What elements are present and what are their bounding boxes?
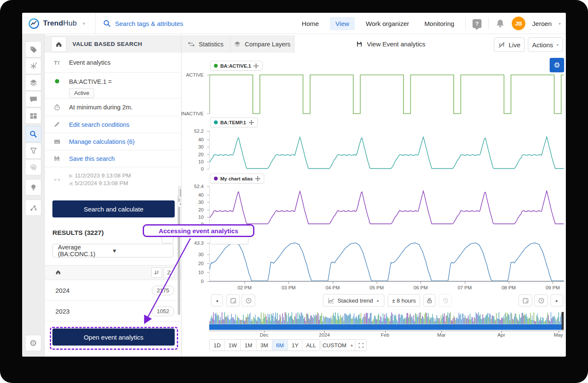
- help-icon[interactable]: ?: [473, 19, 481, 28]
- window-frame: TrendHub ▾ Home View Work organizer Moni…: [0, 0, 588, 383]
- range-1d[interactable]: 1D: [210, 340, 225, 351]
- clock-end-button[interactable]: [534, 294, 548, 306]
- legend-chip-alias[interactable]: My chart alias: [210, 174, 264, 183]
- y-tick-label: 52.4: [194, 184, 204, 189]
- lock-button[interactable]: [424, 294, 435, 307]
- settings-gear-icon[interactable]: ⚙: [25, 335, 41, 351]
- time-window-button[interactable]: ± 8 hours: [388, 294, 420, 307]
- chart-plot-conc[interactable]: [209, 243, 564, 281]
- nav-item-view[interactable]: View: [330, 17, 355, 30]
- move-icon[interactable]: [255, 176, 260, 181]
- save-search-link[interactable]: Save this search: [69, 155, 115, 162]
- live-button-label: Live: [509, 41, 521, 49]
- open-event-analytics-button[interactable]: Open event analytics: [52, 329, 175, 346]
- aggregate-selected-value: Average (BA:CONC.1): [58, 244, 113, 257]
- timeline-axis-labels: Dec2024FebMarAprMay: [209, 331, 564, 340]
- nav-item-monitoring[interactable]: Monitoring: [420, 17, 458, 30]
- edit-conditions-link[interactable]: Edit search conditions: [69, 121, 130, 128]
- trend-mode-dropdown[interactable]: Stacked trend ▲: [323, 294, 384, 307]
- filter-icon[interactable]: [25, 143, 41, 159]
- calendar-start-button[interactable]: [226, 294, 240, 306]
- connections-icon[interactable]: [25, 200, 41, 216]
- actions-button[interactable]: Actions ▾: [528, 37, 563, 52]
- y-tick-label: 52.2: [194, 129, 204, 134]
- move-icon[interactable]: [254, 63, 259, 69]
- manage-calculations-row[interactable]: Manage calculations (6): [45, 133, 181, 150]
- manage-calculations-link[interactable]: Manage calculations (6): [69, 138, 135, 145]
- user-chevron-down-icon[interactable]: ▾: [559, 21, 561, 26]
- brand-chevron-down-icon[interactable]: ▾: [83, 21, 85, 26]
- clock-start-button[interactable]: [242, 294, 255, 306]
- calendar-end-button[interactable]: [519, 294, 532, 306]
- home-icon[interactable]: [55, 269, 61, 275]
- user-avatar[interactable]: JB: [512, 17, 525, 30]
- range-custom[interactable]: CUSTOM ▲: [321, 340, 355, 351]
- y-tick-label: ACTIVE: [186, 72, 204, 77]
- timeline-month-label: Feb: [372, 332, 398, 337]
- tag-icon[interactable]: [25, 41, 41, 57]
- sort-descending-icon[interactable]: [151, 267, 162, 278]
- calendar-icon: [230, 297, 236, 304]
- layers-icon[interactable]: [25, 74, 41, 91]
- aggregate-dropdown[interactable]: Average (BA:CONC.1) ▾: [52, 244, 173, 257]
- condition-row[interactable]: BA:ACTIVE.1 = Active: [45, 73, 181, 99]
- chart-plot-active[interactable]: [209, 74, 564, 114]
- range-1m[interactable]: 1M: [241, 340, 257, 351]
- pan-left-button[interactable]: ◂: [211, 294, 223, 306]
- search-rail-icon[interactable]: [25, 126, 41, 142]
- calculation-icon[interactable]: [25, 58, 41, 74]
- history-button[interactable]: [439, 294, 452, 307]
- idea-icon[interactable]: [25, 179, 41, 195]
- results-title: RESULTS (3227): [52, 229, 104, 237]
- range-1y[interactable]: 1Y: [288, 340, 303, 351]
- chart-settings-gear-icon[interactable]: ⚙: [550, 58, 564, 72]
- pan-right-button[interactable]: ▸: [551, 294, 563, 306]
- move-icon[interactable]: [249, 120, 254, 125]
- snapshot-button[interactable]: [355, 340, 366, 351]
- range-6m[interactable]: 6M: [272, 340, 288, 351]
- y-tick-label: 20: [198, 152, 204, 157]
- edit-conditions-row[interactable]: Edit search conditions: [45, 116, 181, 133]
- legend-chip-active[interactable]: BA:ACTIVE.1: [210, 61, 262, 71]
- event-analytics-row[interactable]: TT Event analytics: [45, 53, 181, 73]
- legend-label: BA:TEMP.1: [220, 120, 246, 125]
- search-and-calculate-button[interactable]: Search and calculate: [52, 200, 175, 217]
- legend-dot-icon: [214, 120, 218, 124]
- range-all[interactable]: ALL: [303, 340, 320, 351]
- result-row-2023[interactable]: 2023 1052: [45, 301, 181, 322]
- range-1w[interactable]: 1W: [225, 340, 241, 351]
- view-title-label: View Event analytics: [367, 40, 425, 48]
- legend-chip-temp[interactable]: BA:TEMP.1: [210, 117, 258, 127]
- nav-item-home[interactable]: Home: [297, 17, 323, 30]
- result-row-2024[interactable]: 2024 2175: [45, 280, 181, 301]
- duration-row[interactable]: At minimum during 2m.: [45, 99, 181, 116]
- timeline-month-label: Dec: [251, 332, 277, 337]
- legend-label: BA:ACTIVE.1: [220, 63, 251, 69]
- timeline-overview-strip[interactable]: [209, 312, 564, 330]
- fingerprint-icon[interactable]: [25, 159, 41, 175]
- sort-alpha-icon[interactable]: [164, 267, 174, 278]
- custom-range-label: CUSTOM: [323, 342, 346, 349]
- range-3m[interactable]: 3M: [257, 340, 272, 351]
- save-search-row[interactable]: Save this search: [45, 150, 181, 167]
- search-input[interactable]: [115, 20, 234, 27]
- tab-compare-layers-label: Compare Layers: [245, 41, 290, 48]
- chart-plot-alias[interactable]: [209, 186, 564, 224]
- home-icon[interactable]: [51, 37, 66, 52]
- condition-value-chip[interactable]: Active: [69, 88, 94, 98]
- stopwatch-icon: [54, 104, 61, 111]
- panel-scrollbar[interactable]: [178, 195, 180, 315]
- dashboard-icon[interactable]: [25, 108, 41, 124]
- tab-statistics[interactable]: Statistics: [182, 35, 231, 53]
- nav-item-work-organizer[interactable]: Work organizer: [362, 17, 413, 30]
- clock-icon: [245, 297, 252, 304]
- comment-icon[interactable]: [25, 91, 41, 107]
- brand-logo[interactable]: TrendHub ▾: [22, 13, 95, 34]
- tab-compare-layers[interactable]: Compare Layers: [231, 35, 294, 53]
- duration-label: At minimum during 2m.: [69, 104, 133, 111]
- view-title: View Event analytics: [356, 35, 425, 53]
- chart-plot-temp[interactable]: [209, 131, 564, 169]
- live-button[interactable]: Live: [494, 37, 525, 52]
- bell-icon[interactable]: [496, 19, 505, 28]
- x-tick-label: 03 PM: [277, 285, 300, 290]
